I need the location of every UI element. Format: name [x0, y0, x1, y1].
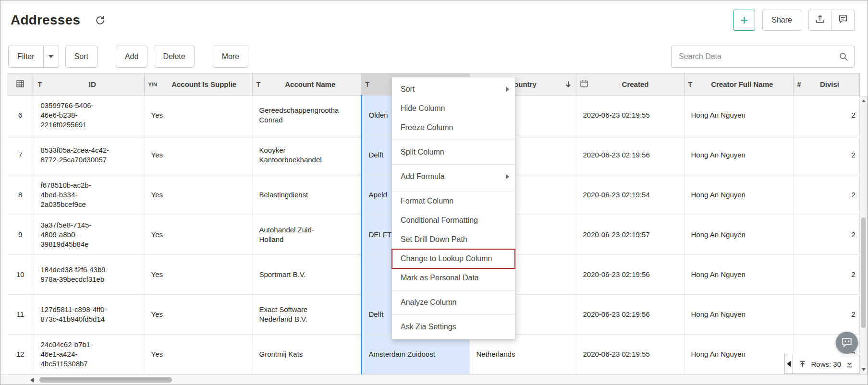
top-bar: Addresses + Share: [0, 0, 868, 40]
horizontal-scrollbar[interactable]: [0, 374, 868, 385]
cell-created[interactable]: 2020-06-23 02:19:55: [576, 96, 684, 135]
scroll-to-top-button[interactable]: [799, 361, 806, 368]
zia-assistant-button[interactable]: [836, 332, 858, 354]
cell-created[interactable]: 2020-06-23 02:19:56: [576, 295, 684, 335]
refresh-icon[interactable]: [95, 15, 106, 26]
menu-item-format-column[interactable]: Format Column: [392, 192, 515, 211]
menu-item-label: Ask Zia Settings: [401, 323, 456, 331]
cell-id[interactable]: 03599766-5406- 46e6-b238- 2216f0255691: [34, 96, 144, 135]
share-button[interactable]: Share: [762, 10, 801, 31]
cell-creator[interactable]: Hong An Nguyen: [684, 175, 793, 215]
cell-creator[interactable]: Hong An Nguyen: [684, 96, 793, 135]
scroll-up-arrow-icon[interactable]: [862, 99, 866, 102]
scroll-to-bottom-button[interactable]: [846, 361, 853, 368]
cell-id[interactable]: 3a37f5e8-7145- 4809-a8b0- 39819d45b84e: [34, 215, 144, 255]
menu-item-conditional-formatting[interactable]: Conditional Formatting: [392, 211, 515, 230]
cell-division[interactable]: 2: [793, 135, 859, 175]
cell-created[interactable]: 2020-06-23 02:19:55: [576, 335, 684, 374]
cell-account_name[interactable]: Exact Software Nederland B.V.: [252, 295, 361, 335]
cell-created[interactable]: 2020-06-23 02:19:54: [576, 175, 684, 215]
scroll-left-arrow-icon[interactable]: [30, 378, 34, 383]
row-number-cell[interactable]: 9: [7, 215, 34, 255]
column-header-created[interactable]: Created: [576, 73, 684, 96]
filter-button[interactable]: Filter: [8, 46, 44, 68]
cell-supplier[interactable]: Yes: [144, 175, 252, 215]
row-number-cell[interactable]: 8: [7, 175, 34, 215]
comments-button[interactable]: [831, 10, 855, 31]
cell-creator[interactable]: Hong An Nguyen: [684, 135, 793, 175]
menu-item-change-to-lookup-column[interactable]: Change to Lookup Column: [392, 249, 515, 268]
delete-button[interactable]: Delete: [154, 46, 194, 68]
comment-icon: [838, 14, 848, 26]
cell-id[interactable]: 127d5811-c898-4ff0- 873c-41b940fd5d14: [34, 295, 144, 335]
menu-item-set-drill-down-path[interactable]: Set Drill Down Path: [392, 230, 515, 249]
vertical-scrollbar-thumb[interactable]: [861, 217, 866, 328]
column-header-creator[interactable]: TCreator Full Name: [684, 73, 793, 96]
sort-button[interactable]: Sort: [65, 46, 98, 68]
cell-account_name[interactable]: Autohandel Zuid- Holland: [252, 215, 361, 255]
add-button[interactable]: Add: [116, 46, 147, 68]
cell-account_name[interactable]: Kooyker Kantoorboekhandel: [252, 135, 361, 175]
column-header-supplier[interactable]: Y/NAccount Is Supplie: [144, 73, 252, 96]
menu-item-freeze-column[interactable]: Freeze Column: [392, 118, 515, 137]
cell-supplier[interactable]: Yes: [144, 215, 252, 255]
row-number-cell[interactable]: 11: [7, 295, 34, 335]
export-button[interactable]: [808, 10, 831, 31]
column-header-division[interactable]: #Divisi: [793, 73, 859, 96]
scroll-down-arrow-icon[interactable]: [862, 368, 866, 371]
menu-item-hide-column[interactable]: Hide Column: [392, 99, 515, 118]
add-new-button[interactable]: +: [733, 10, 755, 31]
cell-supplier[interactable]: Yes: [144, 335, 252, 374]
menu-item-add-formula[interactable]: Add Formula: [392, 167, 515, 186]
cell-creator[interactable]: Hong An Nguyen: [684, 255, 793, 295]
more-button[interactable]: More: [213, 46, 248, 68]
cell-id[interactable]: f678510b-ac2b- 4bed-b334- 2a035bcef9ce: [34, 175, 144, 215]
cell-division[interactable]: 2: [793, 96, 859, 135]
cell-creator[interactable]: Hong An Nguyen: [684, 215, 793, 255]
row-number-cell[interactable]: 7: [7, 135, 34, 175]
cell-division[interactable]: 2: [793, 295, 859, 335]
menu-item-sort[interactable]: Sort: [392, 80, 515, 99]
cell-division[interactable]: 2: [793, 175, 859, 215]
row-number-cell[interactable]: 6: [7, 96, 34, 135]
menu-item-mark-as-personal-data[interactable]: Mark as Personal Data: [392, 268, 515, 288]
cell-creator[interactable]: Hong An Nguyen: [684, 295, 793, 335]
horizontal-scrollbar-thumb[interactable]: [39, 377, 172, 383]
vertical-scrollbar[interactable]: [859, 96, 868, 374]
calendar-icon: [580, 80, 588, 89]
menu-item-split-column[interactable]: Split Column: [392, 143, 515, 162]
cell-created[interactable]: 2020-06-23 02:19:56: [576, 135, 684, 175]
cell-account_name[interactable]: Sportmart B.V.: [252, 255, 361, 295]
column-header-account_name[interactable]: TAccount Name: [252, 73, 361, 96]
cell-country[interactable]: Netherlands: [469, 335, 576, 374]
row-number-cell[interactable]: 12: [7, 335, 34, 374]
cell-created[interactable]: 2020-06-23 02:19:56: [576, 255, 684, 295]
cell-account_name[interactable]: Grontmij Kats: [252, 335, 361, 374]
cell-account_name[interactable]: Gereedschappengrootha Conrad: [252, 96, 361, 135]
cell-id[interactable]: 8533f05a-2cea-4c42- 8772-25ca70d30057: [34, 135, 144, 175]
cell-supplier[interactable]: Yes: [144, 135, 252, 175]
search-input[interactable]: [671, 46, 855, 68]
cell-creator[interactable]: Hong An Nguyen: [684, 335, 793, 374]
cell-id[interactable]: 184ded38-f2f6-43b9- 978a-39becdcf31eb: [34, 255, 144, 295]
menu-item-analyze-column[interactable]: Analyze Column: [392, 293, 515, 312]
export-icon: [815, 14, 825, 26]
row-number-cell[interactable]: 10: [7, 255, 34, 295]
row-number-header[interactable]: [7, 73, 34, 96]
cell-division[interactable]: 2: [793, 255, 859, 295]
cell-created[interactable]: 2020-06-23 02:19:57: [576, 215, 684, 255]
cell-city[interactable]: Amsterdam Zuidoost: [361, 335, 469, 374]
cell-account_name[interactable]: Belastingdienst: [252, 175, 361, 215]
filter-dropdown-button[interactable]: [44, 46, 59, 68]
cell-supplier[interactable]: Yes: [144, 295, 252, 335]
cell-id[interactable]: 24c04c62-b7b1- 46e1-a424- 4bc5115308b7: [34, 335, 144, 374]
cell-supplier[interactable]: Yes: [144, 255, 252, 295]
menu-item-label: Mark as Personal Data: [401, 274, 479, 282]
cell-division[interactable]: 2: [793, 215, 859, 255]
rows-control-collapse-tab[interactable]: [784, 354, 793, 374]
menu-item-label: Analyze Column: [401, 298, 457, 306]
menu-item-ask-zia-settings[interactable]: Ask Zia Settings: [392, 317, 515, 337]
column-header-id[interactable]: TID: [34, 73, 144, 96]
submenu-arrow-icon: [506, 174, 509, 179]
cell-supplier[interactable]: Yes: [144, 96, 252, 135]
